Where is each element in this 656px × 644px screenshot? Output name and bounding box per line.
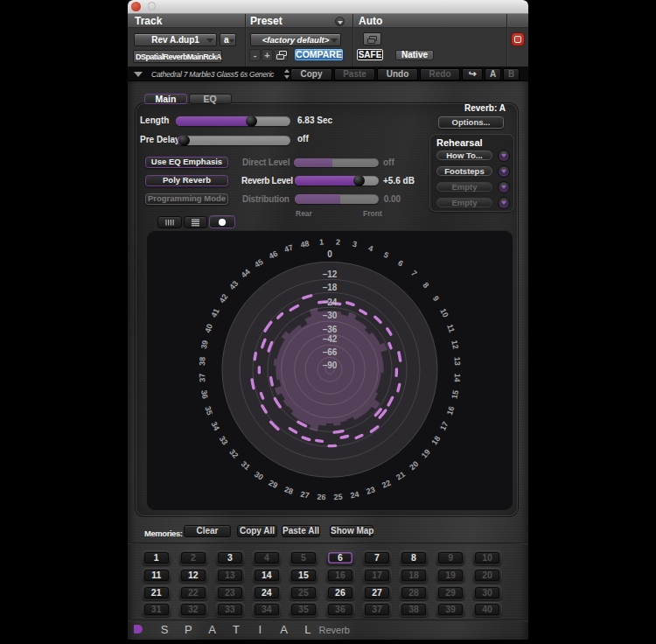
svg-text:11: 11 [445,323,457,333]
svg-text:17: 17 [438,420,450,431]
svg-text:–90: –90 [323,360,338,370]
svg-text:–24: –24 [323,298,338,307]
svg-text:47: 47 [283,243,295,255]
svg-text:20: 20 [408,459,420,472]
svg-text:41: 41 [209,307,220,318]
svg-text:39: 39 [199,340,210,350]
svg-text:–30: –30 [323,311,338,320]
svg-text:21: 21 [394,470,407,482]
svg-text:13: 13 [452,356,462,366]
svg-text:19: 19 [420,448,432,460]
svg-text:–42: –42 [323,334,338,344]
svg-text:40: 40 [203,323,214,334]
svg-text:15: 15 [450,389,460,400]
svg-text:28: 28 [283,485,295,496]
svg-text:9: 9 [431,294,441,303]
svg-text:38: 38 [198,356,207,366]
svg-text:27: 27 [300,490,311,500]
svg-text:48: 48 [300,239,311,249]
svg-text:18: 18 [429,434,442,446]
svg-text:35: 35 [203,405,214,416]
svg-text:26: 26 [317,493,326,502]
svg-text:31: 31 [240,459,252,472]
svg-text:37: 37 [198,373,207,382]
svg-text:32: 32 [227,448,240,460]
svg-text:44: 44 [240,267,252,279]
svg-text:2: 2 [336,237,341,246]
svg-text:6: 6 [396,258,405,268]
svg-text:33: 33 [218,434,230,446]
svg-text:3: 3 [352,240,358,249]
svg-text:–36: –36 [323,325,338,334]
svg-text:5: 5 [382,250,390,260]
svg-text:10: 10 [438,307,450,318]
svg-text:4: 4 [367,243,374,253]
svg-text:22: 22 [380,479,392,490]
svg-text:34: 34 [209,420,220,431]
svg-text:25: 25 [333,493,343,502]
svg-text:46: 46 [268,249,279,261]
svg-text:14: 14 [452,373,462,382]
svg-text:29: 29 [268,479,279,490]
svg-text:16: 16 [445,405,457,416]
svg-text:36: 36 [199,389,210,400]
svg-text:–66: –66 [323,347,338,357]
svg-text:12: 12 [450,340,460,350]
svg-text:23: 23 [366,485,377,496]
svg-text:–18: –18 [323,283,338,292]
svg-text:42: 42 [218,292,230,304]
svg-text:7: 7 [409,269,418,278]
svg-text:–12: –12 [323,270,338,279]
svg-text:30: 30 [253,470,265,482]
svg-text:0: 0 [327,249,332,259]
svg-text:8: 8 [421,281,430,290]
svg-text:24: 24 [350,490,360,500]
svg-text:45: 45 [253,257,265,270]
svg-text:1: 1 [319,237,325,246]
svg-text:43: 43 [227,279,240,291]
